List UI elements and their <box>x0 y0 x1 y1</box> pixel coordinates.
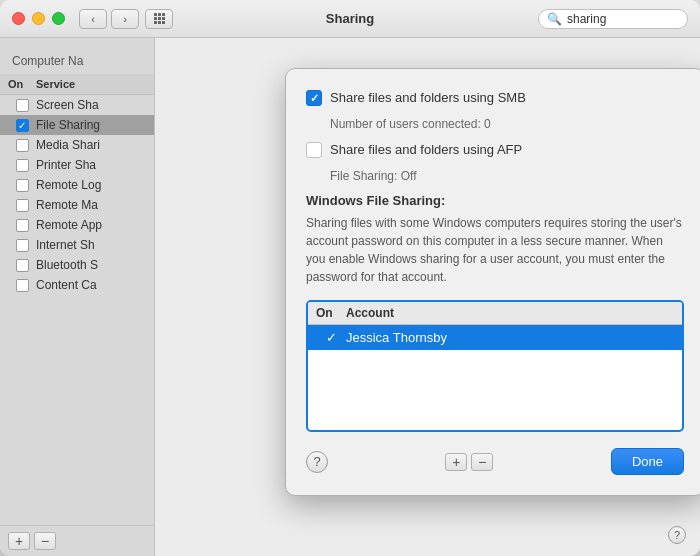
account-name: Jessica Thornsby <box>346 330 674 345</box>
service-checkbox-col <box>8 179 36 192</box>
service-name: Bluetooth S <box>36 258 146 272</box>
search-input[interactable] <box>567 12 679 26</box>
service-checkbox-col <box>8 159 36 172</box>
back-button[interactable]: ‹ <box>79 9 107 29</box>
col-service-header: Service <box>36 78 146 90</box>
traffic-lights <box>12 12 65 25</box>
service-row[interactable]: Internet Sh <box>0 235 154 255</box>
remove-account-button[interactable]: − <box>471 453 493 471</box>
service-checkbox-col <box>8 219 36 232</box>
service-name: Internet Sh <box>36 238 146 252</box>
service-name: Remote Log <box>36 178 146 192</box>
service-row[interactable]: Remote Log <box>0 175 154 195</box>
smb-checkbox[interactable]: ✓ <box>306 90 322 106</box>
account-col-on-header: On <box>316 306 346 320</box>
service-list: Screen Sha✓File SharingMedia ShariPrinte… <box>0 95 154 525</box>
service-row[interactable]: Remote App <box>0 215 154 235</box>
afp-status: File Sharing: Off <box>330 169 684 183</box>
nav-buttons: ‹ › <box>79 9 139 29</box>
service-row[interactable]: Screen Sha <box>0 95 154 115</box>
maximize-button[interactable] <box>52 12 65 25</box>
minimize-button[interactable] <box>32 12 45 25</box>
service-checkbox-col <box>8 279 36 292</box>
service-checkbox[interactable] <box>16 279 29 292</box>
service-checkbox-col: ✓ <box>8 119 36 132</box>
smb-checkmark: ✓ <box>310 92 319 105</box>
service-name: Content Ca <box>36 278 146 292</box>
service-row[interactable]: ✓File Sharing <box>0 115 154 135</box>
service-checkbox[interactable] <box>16 259 29 272</box>
forward-button[interactable]: › <box>111 9 139 29</box>
service-checkbox-col <box>8 139 36 152</box>
service-name: Screen Sha <box>36 98 146 112</box>
service-checkbox-col <box>8 239 36 252</box>
service-row[interactable]: Content Ca <box>0 275 154 295</box>
smb-status: Number of users connected: 0 <box>330 117 684 131</box>
service-checkbox-col <box>8 259 36 272</box>
service-checkbox[interactable] <box>16 239 29 252</box>
afp-option-row: Share files and folders using AFP <box>306 141 684 159</box>
account-check-col: ✓ <box>316 330 346 345</box>
service-checkbox-col <box>8 99 36 112</box>
service-checkbox[interactable] <box>16 219 29 232</box>
service-checkbox[interactable] <box>16 159 29 172</box>
service-row[interactable]: Bluetooth S <box>0 255 154 275</box>
window-title: Sharing <box>326 11 374 26</box>
options-modal: ✓ Share files and folders using SMB Numb… <box>285 68 700 496</box>
windows-section-title: Windows File Sharing: <box>306 193 684 208</box>
help-button[interactable]: ? <box>306 451 328 473</box>
col-on-header: On <box>8 78 36 90</box>
service-checkbox[interactable] <box>16 199 29 212</box>
grid-view-button[interactable] <box>145 9 173 29</box>
smb-option-row: ✓ Share files and folders using SMB <box>306 89 684 107</box>
afp-label: Share files and folders using AFP <box>330 141 522 159</box>
service-name: File Sharing <box>36 118 146 132</box>
account-row[interactable]: ✓ Jessica Thornsby <box>308 325 682 350</box>
search-box[interactable]: 🔍 <box>538 9 688 29</box>
service-name: Remote Ma <box>36 198 146 212</box>
account-table-empty <box>308 350 682 430</box>
sidebar: Computer Na On Service Screen Sha✓File S… <box>0 38 155 556</box>
account-checkmark: ✓ <box>326 330 337 345</box>
computer-name-label: Computer Na <box>0 48 154 74</box>
service-name: Remote App <box>36 218 146 232</box>
service-name: Media Shari <box>36 138 146 152</box>
windows-description: Sharing files with some Windows computer… <box>306 214 684 286</box>
service-name: Printer Sha <box>36 158 146 172</box>
add-remove-buttons: + − <box>445 453 493 471</box>
service-checkbox-col <box>8 199 36 212</box>
modal-footer: ? + − Done <box>306 448 684 475</box>
add-account-button[interactable]: + <box>445 453 467 471</box>
account-table: On Account ✓ Jessica Thornsby <box>306 300 684 432</box>
titlebar: ‹ › Sharing 🔍 <box>0 0 700 38</box>
service-row[interactable]: Media Shari <box>0 135 154 155</box>
service-row[interactable]: Remote Ma <box>0 195 154 215</box>
service-checkbox[interactable] <box>16 139 29 152</box>
add-service-button[interactable]: + <box>8 532 30 550</box>
done-button[interactable]: Done <box>611 448 684 475</box>
account-col-account-header: Account <box>346 306 674 320</box>
service-row[interactable]: Printer Sha <box>0 155 154 175</box>
remove-service-button[interactable]: − <box>34 532 56 550</box>
afp-checkbox[interactable] <box>306 142 322 158</box>
service-checkbox[interactable]: ✓ <box>16 119 29 132</box>
account-table-header: On Account <box>308 302 682 325</box>
close-button[interactable] <box>12 12 25 25</box>
main-window: ‹ › Sharing 🔍 Computer Na On Service <box>0 0 700 556</box>
smb-label: Share files and folders using SMB <box>330 89 526 107</box>
help-icon[interactable]: ? <box>668 526 686 544</box>
service-table-header: On Service <box>0 74 154 95</box>
search-icon: 🔍 <box>547 12 562 26</box>
sidebar-bottom: + − <box>0 525 154 556</box>
service-checkbox[interactable] <box>16 179 29 192</box>
main-panel: Edit... and administrators Options... Re… <box>155 38 700 556</box>
service-checkbox[interactable] <box>16 99 29 112</box>
content-area: Computer Na On Service Screen Sha✓File S… <box>0 38 700 556</box>
